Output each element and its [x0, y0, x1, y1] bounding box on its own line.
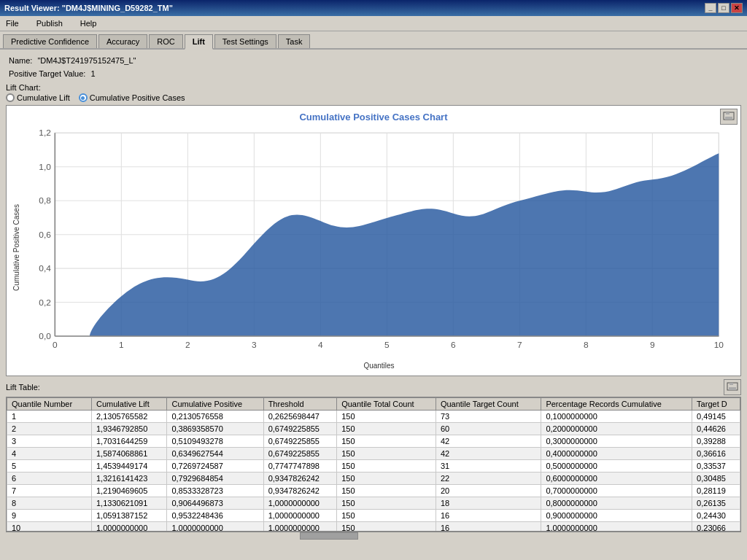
- table-section: Lift Table: Quantile Number Cumulative L…: [6, 379, 741, 540]
- chart-inner: Cumulative Positive Cases: [7, 125, 740, 376]
- chart-title: Cumulative Positive Cases Chart: [7, 106, 740, 125]
- maximize-button[interactable]: □: [718, 3, 729, 13]
- save-icon: [723, 112, 735, 122]
- table-cell: 0,33537: [692, 460, 740, 472]
- radio-cumulative-lift-label: Cumulative Lift: [17, 93, 70, 102]
- minimize-button[interactable]: _: [705, 3, 716, 13]
- table-cell: 1,0000000000: [263, 497, 337, 510]
- svg-rect-2: [726, 112, 729, 114]
- table-cell: 0,7269724587: [167, 460, 263, 472]
- scrollbar-thumb[interactable]: [300, 532, 358, 540]
- col-target-d: Target D: [692, 398, 740, 411]
- table-cell: 0,9347826242: [263, 472, 337, 485]
- table-row: 81,13306210910,90644968731,0000000000150…: [7, 497, 740, 510]
- table-cell: 0,2130576558: [167, 411, 263, 423]
- target-label: Positive Target Value:: [9, 69, 85, 78]
- svg-text:2: 2: [185, 340, 190, 349]
- col-quantile-target-count: Quantile Target Count: [436, 398, 541, 411]
- table-cell: 42: [436, 435, 541, 448]
- table-cell: 0,3869358570: [167, 423, 263, 435]
- table-cell: 60: [436, 423, 541, 435]
- table-cell: 18: [436, 497, 541, 510]
- lift-table: Quantile Number Cumulative Lift Cumulati…: [7, 397, 740, 532]
- radio-cumulative-lift[interactable]: Cumulative Lift: [6, 93, 70, 102]
- name-label: Name:: [9, 56, 32, 65]
- table-cell: 0,1000000000: [541, 411, 692, 423]
- svg-rect-42: [729, 387, 736, 390]
- tab-accuracy[interactable]: Accuracy: [98, 34, 147, 48]
- table-cell: 1,1330621091: [91, 497, 166, 510]
- table-cell: 2: [7, 423, 92, 435]
- table-cell: 0,2000000000: [541, 423, 692, 435]
- tab-predictive-confidence[interactable]: Predictive Confidence: [3, 34, 97, 48]
- tab-roc[interactable]: ROC: [149, 34, 182, 48]
- table-cell: 0,24430: [692, 510, 740, 522]
- table-cell: 9: [7, 510, 92, 522]
- menu-publish[interactable]: Publish: [34, 18, 66, 29]
- table-row: 101,00000000001,00000000001,000000000015…: [7, 522, 740, 532]
- table-cell: 10: [7, 522, 92, 532]
- svg-text:1: 1: [119, 340, 124, 349]
- svg-text:0,0: 0,0: [39, 331, 51, 341]
- close-button[interactable]: ✕: [731, 3, 743, 13]
- name-value: "DM4J$T241975152475_L": [37, 56, 136, 65]
- table-cell: 1: [7, 411, 92, 423]
- svg-text:9: 9: [650, 340, 655, 349]
- title-text: Result Viewer: "DM4J$MINING_D59282_TM": [4, 4, 173, 12]
- table-cell: 0,8000000000: [541, 497, 692, 510]
- table-cell: 0,49145: [692, 411, 740, 423]
- table-cell: 0,39288: [692, 435, 740, 448]
- svg-text:1,0: 1,0: [39, 162, 51, 171]
- table-cell: 22: [436, 472, 541, 485]
- table-save-button[interactable]: [724, 379, 741, 395]
- svg-text:3: 3: [252, 340, 257, 349]
- table-row: 12,13057655820,21305765580,2625698447150…: [7, 411, 740, 423]
- table-row: 91,05913871520,95322484361,0000000000150…: [7, 510, 740, 522]
- table-wrapper[interactable]: Quantile Number Cumulative Lift Cumulati…: [6, 397, 741, 532]
- col-cumulative-positive: Cumulative Positive: [167, 398, 263, 411]
- table-label-text: Lift Table:: [6, 383, 40, 392]
- table-cell: 150: [337, 522, 436, 532]
- table-cell: 0,9064496873: [167, 497, 263, 510]
- horizontal-scrollbar[interactable]: [6, 532, 741, 540]
- table-cell: 3: [7, 435, 92, 448]
- y-axis-label: Cumulative Positive Cases: [12, 125, 20, 370]
- radio-cumulative-positive-dot[interactable]: [79, 93, 88, 102]
- tab-test-settings[interactable]: Test Settings: [214, 34, 276, 48]
- menu-help[interactable]: Help: [77, 18, 100, 29]
- svg-rect-43: [729, 383, 733, 385]
- table-cell: 150: [337, 472, 436, 485]
- table-cell: 0,28119: [692, 485, 740, 497]
- table-cell: 1,2190469605: [91, 485, 166, 497]
- table-cell: 6: [7, 472, 92, 485]
- x-axis-label: Quantiles: [23, 362, 735, 370]
- table-cell: 150: [337, 423, 436, 435]
- table-cell: 0,6749225855: [263, 435, 337, 448]
- table-cell: 1,3216141423: [91, 472, 166, 485]
- chart-save-button[interactable]: [720, 109, 738, 125]
- menu-file[interactable]: File: [3, 18, 22, 29]
- table-label: Lift Table:: [6, 379, 741, 395]
- table-cell: 20: [436, 485, 541, 497]
- table-cell: 1,0000000000: [263, 510, 337, 522]
- table-cell: 150: [337, 510, 436, 522]
- svg-text:8: 8: [584, 340, 589, 349]
- radio-cumulative-positive[interactable]: Cumulative Positive Cases: [79, 93, 185, 102]
- table-row: 21,93467928500,38693585700,6749225855150…: [7, 423, 740, 435]
- table-cell: 1,0591387152: [91, 510, 166, 522]
- radio-cumulative-lift-dot[interactable]: [6, 93, 15, 102]
- window-controls: _ □ ✕: [705, 3, 743, 13]
- table-save-icon: [727, 382, 738, 392]
- tab-lift[interactable]: Lift: [185, 34, 213, 50]
- table-cell: 8: [7, 497, 92, 510]
- col-percentage-records: Percentage Records Cumulative: [541, 398, 692, 411]
- table-cell: 0,6349627544: [167, 448, 263, 460]
- table-cell: 0,36616: [692, 448, 740, 460]
- table-cell: 42: [436, 448, 541, 460]
- radio-group: Cumulative Lift Cumulative Positive Case…: [6, 93, 741, 102]
- svg-text:5: 5: [384, 340, 390, 349]
- table-cell: 0,9347826242: [263, 485, 337, 497]
- table-cell: 0,6749225855: [263, 423, 337, 435]
- tab-task[interactable]: Task: [278, 34, 311, 48]
- table-cell: 0,7000000000: [541, 485, 692, 497]
